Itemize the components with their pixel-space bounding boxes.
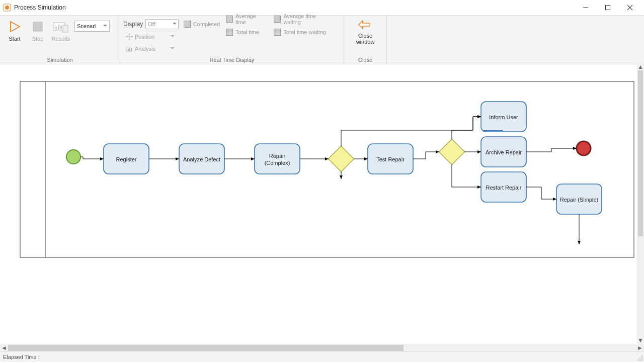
results-icon [53,19,69,35]
task-analyze-defect[interactable]: Analyze Defect [179,144,224,174]
results-button[interactable]: Results [49,18,72,54]
stop-button[interactable]: Stop [26,18,49,54]
svg-text:Analyze Defect: Analyze Defect [183,156,220,162]
vertical-scroll-thumb[interactable] [638,70,643,236]
position-dropdown[interactable]: Position [123,31,177,42]
resize-grip-icon[interactable] [637,355,643,361]
svg-rect-7 [33,22,42,31]
checkbox-icon [274,16,281,23]
svg-point-51 [641,359,642,360]
svg-text:(Complex): (Complex) [265,160,290,166]
svg-rect-3 [606,6,610,10]
window-title: Process Simulation [14,4,66,11]
svg-marker-16 [128,39,130,40]
elapsed-time-label: Elapsed Time : [3,354,40,360]
svg-rect-22 [129,47,130,51]
completed-check[interactable]: Completed [184,21,220,28]
svg-rect-10 [58,25,59,30]
svg-rect-21 [128,49,129,51]
avg-time-check[interactable]: Average time [226,13,268,25]
start-event[interactable] [66,150,80,164]
display-dropdown[interactable]: Off [145,19,179,29]
checkbox-icon [226,29,233,36]
svg-rect-12 [63,25,68,32]
task-repair-complex[interactable]: Repair (Complex) [255,144,300,174]
total-wait-check[interactable]: Total time waiting [274,29,335,36]
svg-text:Restart Repair: Restart Repair [486,185,522,191]
ribbon: Start Stop Results Scenari Simulation Di… [0,16,644,64]
maximize-button[interactable] [597,0,619,15]
svg-text:Repair (Simple): Repair (Simple) [560,197,598,203]
vertical-scrollbar[interactable]: ▲ ▼ [637,63,644,344]
scroll-left-icon[interactable]: ◄ [0,344,8,352]
svg-point-47 [639,357,640,358]
minimize-button[interactable] [575,0,597,15]
svg-point-49 [637,359,638,360]
svg-text:Inform User: Inform User [489,114,518,120]
task-repair-simple[interactable]: Repair (Simple) [556,184,602,214]
scenario-dropdown[interactable]: Scenari [74,21,110,32]
svg-text:Repair: Repair [269,153,286,159]
simulation-panel-label: Simulation [0,57,120,63]
display-label: Display [123,21,145,28]
svg-rect-11 [60,26,62,30]
task-archive-repair[interactable]: Archive Repair [481,137,526,167]
task-inform-user[interactable]: Inform User [481,102,526,132]
scroll-up-icon[interactable]: ▲ [637,63,644,70]
svg-point-50 [639,359,640,360]
checkbox-icon [274,29,281,36]
svg-marker-6 [11,22,20,32]
analysis-dropdown[interactable]: Analysis [123,43,177,54]
end-event[interactable] [577,141,591,155]
avg-wait-check[interactable]: Average time waiting [274,13,335,25]
play-icon [7,19,23,35]
horizontal-scroll-thumb[interactable] [8,345,404,351]
close-window-button[interactable]: Closewindow [350,18,380,45]
close-panel: Closewindow Close [344,16,387,64]
start-button[interactable]: Start [3,18,26,54]
checkbox-icon [226,16,233,23]
realtime-panel: Display Off Completed Average time Total… [120,16,344,64]
total-time-check[interactable]: Total time [226,29,268,36]
stop-icon [30,19,46,35]
svg-marker-15 [128,33,130,35]
svg-point-46 [641,355,642,356]
realtime-panel-label: Real Time Display [120,57,344,63]
svg-text:Archive Repair: Archive Repair [486,149,522,155]
svg-rect-23 [131,48,132,51]
svg-text:Register: Register [116,156,137,162]
app-icon [3,4,11,12]
task-register[interactable]: Register [104,144,149,174]
svg-marker-18 [131,36,133,38]
close-panel-label: Close [344,57,386,63]
task-test-repair[interactable]: Test Repair [368,144,413,174]
scroll-right-icon[interactable]: ► [636,344,644,352]
diagram-canvas[interactable]: Register Analyze Defect Repair (Complex)… [0,63,644,344]
svg-rect-30 [255,144,300,174]
svg-point-48 [641,357,642,358]
checkbox-icon [184,21,191,28]
status-bar: Elapsed Time : [0,351,644,362]
svg-point-1 [5,6,9,10]
task-restart-repair[interactable]: Restart Repair [481,172,526,202]
close-button[interactable] [619,0,641,15]
horizontal-scrollbar[interactable]: ◄ ► [0,344,644,352]
svg-rect-9 [55,27,57,30]
svg-text:Test Repair: Test Repair [376,156,405,162]
move-icon [126,33,133,40]
svg-marker-17 [126,36,127,38]
back-arrow-icon [358,19,373,32]
simulation-panel: Start Stop Results Scenari Simulation [0,16,120,64]
scroll-down-icon[interactable]: ▼ [637,337,644,344]
chart-icon [126,45,133,52]
